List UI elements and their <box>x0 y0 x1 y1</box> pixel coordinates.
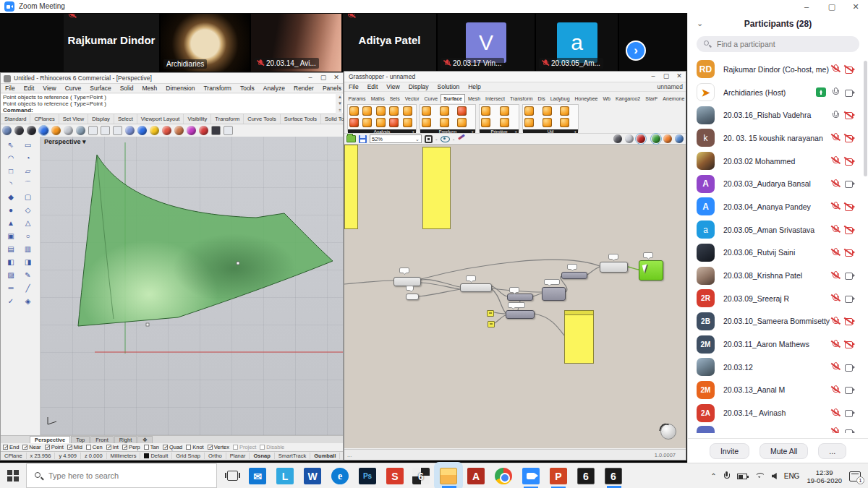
component-tab[interactable]: Transform <box>507 95 535 103</box>
number-slider[interactable] <box>488 321 495 328</box>
mail-app-icon[interactable]: ✉ <box>249 468 266 484</box>
close-button[interactable]: ✕ <box>845 0 867 13</box>
tool-icon[interactable]: ▨ <box>4 269 18 281</box>
autocad-app-icon[interactable]: A <box>467 468 485 484</box>
find-participant-input[interactable] <box>697 36 859 52</box>
planar-toggle[interactable]: Planar <box>226 453 250 459</box>
tool-icon[interactable]: ◇ <box>21 204 35 216</box>
preview-off-icon[interactable] <box>613 134 622 143</box>
toolbar-tab[interactable]: CPlanes <box>30 114 59 124</box>
component-icon[interactable] <box>542 118 552 127</box>
participant-row[interactable]: 20.03.02 Mohammed <box>688 150 864 173</box>
gh-component[interactable] <box>506 310 535 319</box>
file-explorer-icon[interactable] <box>440 468 457 484</box>
component-tab[interactable]: Curve <box>422 95 441 103</box>
tool-icon[interactable]: □ <box>4 165 18 177</box>
mute-all-button[interactable]: Mute All <box>760 443 808 459</box>
toolbar-tab[interactable]: Set View <box>59 114 88 124</box>
menu-item[interactable]: Dimension <box>161 85 199 92</box>
gumball-toggle[interactable]: Gumball <box>310 453 340 459</box>
invite-button[interactable]: Invite <box>710 443 749 459</box>
menu-item[interactable]: Solution <box>433 83 464 90</box>
viewport-tab[interactable]: Perspective <box>30 436 70 443</box>
data-panel[interactable] <box>344 145 358 229</box>
zoom-app-icon[interactable] <box>522 468 540 484</box>
component-tab[interactable]: StarF <box>643 95 660 103</box>
video-tile[interactable]: 20.03.14_ Avi... <box>251 14 343 72</box>
command-area[interactable]: Point objects to reference ( Type=Point … <box>1 94 343 114</box>
cplane-cell[interactable]: CPlane <box>1 453 27 459</box>
menu-item[interactable]: Render <box>289 85 318 92</box>
toolbar-tab[interactable]: Curve Tools <box>244 114 280 124</box>
participant-row[interactable] <box>688 424 864 433</box>
component-icon[interactable] <box>349 118 359 127</box>
component-tab[interactable]: Ladybug <box>548 95 572 103</box>
tray-expand-icon[interactable]: ⌃ <box>710 472 716 480</box>
close-button[interactable]: ✕ <box>330 74 343 81</box>
component-tab[interactable]: Params <box>346 95 368 103</box>
gh-component[interactable] <box>406 294 419 300</box>
tool-icon[interactable]: ▱ <box>21 165 35 177</box>
menu-item[interactable]: Edit <box>363 83 383 90</box>
participant-row[interactable]: k 20. 03. 15 koushik narayanan <box>688 127 864 150</box>
toolbar-icon[interactable] <box>14 126 24 135</box>
display-green-icon[interactable] <box>652 134 660 143</box>
participant-row[interactable]: 2A 20.03.14_ Avinash <box>688 401 864 424</box>
osnap-toggle[interactable]: Osnap <box>250 453 274 459</box>
toolbar-icon[interactable] <box>64 126 73 135</box>
tool-icon[interactable]: ◝ <box>4 178 18 190</box>
toolbar-icon[interactable] <box>39 126 48 135</box>
component-icon[interactable] <box>457 106 467 116</box>
tool-icon[interactable]: ▢ <box>21 191 35 203</box>
video-tile[interactable]: a 20.03.05_Am... <box>536 14 619 72</box>
menu-item[interactable]: View <box>382 83 404 90</box>
zoom-extents-icon[interactable] <box>425 135 433 143</box>
participant-row[interactable]: a 20.03.05_Aman Srivastava <box>688 218 864 241</box>
participant-row[interactable]: 20.03.08_Krishna Patel <box>688 264 864 287</box>
toolbar-icon[interactable] <box>125 126 135 135</box>
display-orange-icon[interactable] <box>663 134 672 143</box>
maximize-button[interactable]: ▢ <box>660 72 673 80</box>
tool-icon[interactable]: ● <box>4 204 18 216</box>
toolbar-icon[interactable] <box>162 126 171 135</box>
tool-icon[interactable]: ⌒ <box>21 178 35 190</box>
minimize-button[interactable]: – <box>647 72 660 80</box>
tool-icon[interactable]: ═ <box>4 282 18 294</box>
zoom-level-dropdown[interactable]: 52%⌄ <box>370 134 422 143</box>
participant-row[interactable]: 20.03.06_Rutvij Saini <box>688 241 864 265</box>
gh-component[interactable] <box>561 272 587 279</box>
component-icon[interactable] <box>389 118 399 127</box>
data-panel[interactable] <box>422 147 451 229</box>
taskbar-search-input[interactable] <box>26 463 217 488</box>
gh-component-selected[interactable] <box>639 260 663 281</box>
tool-icon[interactable]: ◆ <box>4 191 18 203</box>
tool-icon[interactable]: ⇖ <box>4 139 18 151</box>
gh-component[interactable] <box>507 294 533 301</box>
component-tab[interactable]: Honeybee <box>572 95 600 103</box>
participant-row[interactable]: ➤ Archidiaries (Host) <box>688 81 864 104</box>
word-app-icon[interactable]: W <box>304 468 321 484</box>
participant-row[interactable]: 2R 20.03.09_Sreeraj R <box>688 287 864 310</box>
units-cell[interactable]: Millimeters <box>107 453 141 459</box>
tool-icon[interactable]: ▭ <box>21 139 35 151</box>
toolbar-icon[interactable] <box>101 126 110 135</box>
preview-shaded-icon[interactable] <box>637 134 645 143</box>
preview-eye-icon[interactable] <box>441 136 450 142</box>
canvas-compass-widget[interactable] <box>660 424 676 440</box>
tool-icon[interactable]: ▲ <box>4 217 18 229</box>
command-scrollbar[interactable]: ▲▼± <box>336 94 342 114</box>
edge-browser-icon[interactable]: e <box>331 468 349 484</box>
toolbar-icon[interactable] <box>187 126 196 135</box>
gh-component[interactable] <box>460 283 492 292</box>
toolbar-icon[interactable] <box>174 126 184 135</box>
menu-item[interactable]: Mesh <box>138 85 162 92</box>
participant-row[interactable]: 2B 20.03.10_Sameera Bommisetty <box>688 310 864 333</box>
toolbar-icon[interactable] <box>199 126 208 135</box>
language-indicator[interactable]: ENG <box>784 472 800 480</box>
component-icon[interactable] <box>440 118 449 127</box>
data-panel[interactable] <box>564 310 594 364</box>
toolbar-icon[interactable] <box>88 126 98 135</box>
rhino-app-icon[interactable]: 6 <box>605 468 622 484</box>
component-icon[interactable] <box>422 106 431 116</box>
video-tile[interactable]: V 20.03.17 Vrin... <box>438 14 536 72</box>
